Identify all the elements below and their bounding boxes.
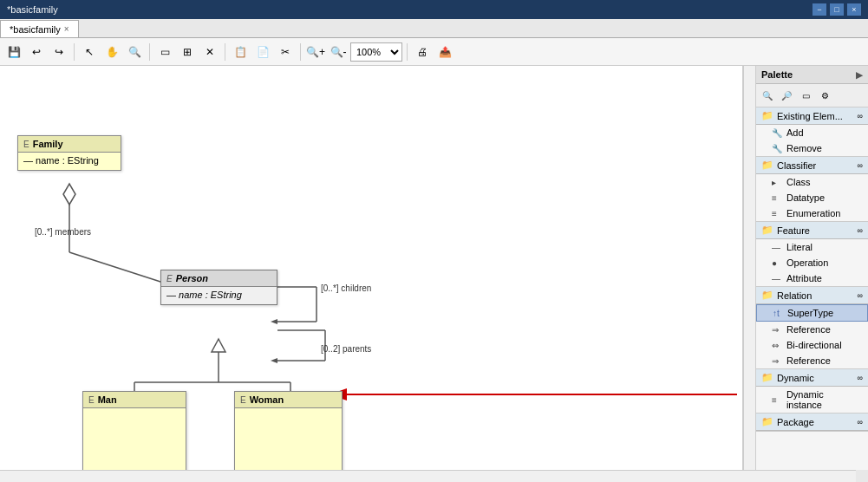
class-woman-stereotype: E [240,395,246,405]
app-title: *basicfamily [7,4,58,15]
class-family[interactable]: E Family — name : EString [17,135,121,171]
minimize-button[interactable]: − [813,3,826,16]
folder-icon-classifier: 📁 [761,160,773,171]
zoom-in-button[interactable]: 🔍 [124,42,145,62]
cut-button[interactable]: ✂ [275,42,296,62]
print-button[interactable]: 🖨 [412,42,433,62]
relation-collapse-icon: ∞ [858,291,863,300]
tab-basicfamily[interactable]: *basicfamily × [0,20,79,37]
feature-collapse-icon: ∞ [858,226,863,235]
svg-text:[0..*] children: [0..*] children [321,283,371,293]
palette-item-bidirectional-label: Bi-directional [786,340,842,350]
palette-item-remove-label: Remove [786,143,822,153]
palette-item-add-label: Add [786,127,804,138]
palette-item-dynamic-instance-label: Dynamic instance [786,389,861,410]
svg-marker-2 [63,184,75,205]
class-family-body: — name : EString [18,153,121,170]
folder-icon-feature: 📁 [761,225,773,236]
palette-item-literal-label: Literal [786,242,813,252]
class-woman-name: Woman [250,394,284,405]
scroll-corner [856,470,868,482]
bidir-icon: ⇔ [772,341,782,350]
palette-item-reference2[interactable]: ⇒ Reference [756,353,868,368]
redo-button[interactable]: ↪ [49,42,69,62]
palette-item-supertype-label: SuperType [787,308,833,318]
delete-button[interactable]: ✕ [199,42,220,62]
class-family-attr-1: — name : EString [23,155,115,166]
filter-button[interactable]: ⊞ [177,42,198,62]
close-button[interactable]: × [847,3,861,16]
palette-item-class-label: Class [786,177,811,187]
toolbar-separator-3 [225,43,225,61]
eq-icon-datatype: ≡ [772,193,782,203]
classifier-collapse-icon: ∞ [858,161,863,170]
folder-icon-package: 📁 [761,416,773,427]
wrench-icon-remove: 🔧 [772,144,782,153]
class-man-header: E Man [83,392,186,408]
palette-section-package-label: Package [777,417,814,427]
palette-section-existing-header[interactable]: 📁 Existing Elem... ∞ [756,107,868,125]
toolbar-separator-1 [74,43,75,61]
class-man[interactable]: E Man [82,391,186,470]
wrench-icon-add: 🔧 [772,128,782,138]
palette-item-add[interactable]: 🔧 Add [756,125,868,140]
palette-section-dynamic-header[interactable]: 📁 Dynamic ∞ [756,369,868,387]
zoom-out-button[interactable]: 🔍- [328,42,349,62]
palette-section-feature-header[interactable]: 📁 Feature ∞ [756,222,868,239]
class-woman[interactable]: E Woman [234,391,343,470]
palette-item-bidirectional[interactable]: ⇔ Bi-directional [756,337,868,353]
palette-section-relation-header[interactable]: 📁 Relation ∞ [756,287,868,304]
undo-button[interactable]: ↩ [26,42,47,62]
palette-item-datatype-label: Datatype [786,192,825,203]
palette-settings[interactable]: ⚙ [816,87,833,104]
palette-item-dynamic-instance[interactable]: ≡ Dynamic instance [756,387,868,413]
rect-button[interactable]: ▭ [154,42,175,62]
palette-item-class[interactable]: ▸ Class [756,174,868,190]
toolbar: 💾 ↩ ↪ ↖ ✋ 🔍 ▭ ⊞ ✕ 📋 📄 ✂ 🔍+ 🔍- 100% 50% 7… [0,38,868,66]
palette-section-package-header[interactable]: 📁 Package ∞ [756,414,868,431]
palette-item-literal[interactable]: — Literal [756,239,868,255]
class-man-stereotype: E [88,395,95,405]
palette-item-enumeration-label: Enumeration [786,208,840,218]
palette-zoom-out[interactable]: 🔎 [778,87,795,104]
vertical-scrollbar[interactable] [743,66,755,470]
select-button[interactable]: ↖ [79,42,100,62]
maximize-button[interactable]: □ [830,3,844,16]
palette-section-classifier-header[interactable]: 📁 Classifier ∞ [756,157,868,174]
diagram-canvas[interactable]: [0..*] members [0..*] children [0..2] pa… [0,66,743,470]
class-family-stereotype: E [23,140,29,149]
canvas-content: [0..*] members [0..*] children [0..2] pa… [0,66,868,470]
eq-icon-dynamic: ≡ [772,395,782,405]
palette-expand-button[interactable]: ▶ [856,70,863,80]
palette-zoom-in[interactable]: 🔍 [759,87,776,104]
palette-item-datatype[interactable]: ≡ Datatype [756,190,868,205]
class-family-header: E Family [18,136,121,153]
tab-close-button[interactable]: × [64,24,69,34]
pan-button[interactable]: ✋ [101,42,122,62]
save-button[interactable]: 💾 [3,42,24,62]
zoom-select[interactable]: 100% 50% 75% 125% 150% [350,42,402,62]
palette-item-reference[interactable]: ⇒ Reference [756,322,868,337]
palette-section-feature-label: Feature [777,225,810,236]
copy-button[interactable]: 📋 [230,42,251,62]
palette-item-supertype[interactable]: ↑t SuperType [756,304,868,322]
class-woman-body [235,408,342,465]
dash-icon-literal: — [772,243,782,252]
palette-item-enumeration[interactable]: ≡ Enumeration [756,205,868,221]
zoom-in2-button[interactable]: 🔍+ [305,42,326,62]
palette-item-operation[interactable]: ● Operation [756,255,868,270]
palette-section-dynamic-label: Dynamic [777,373,814,383]
folder-icon-dynamic: 📁 [761,372,773,383]
horizontal-scrollbar[interactable] [0,470,856,482]
export-button[interactable]: 📤 [434,42,455,62]
palette-item-operation-label: Operation [786,257,828,268]
paste-button[interactable]: 📄 [252,42,273,62]
class-person[interactable]: E Person — name : EString [160,270,277,305]
palette-item-attribute[interactable]: — Attribute [756,270,868,286]
existing-collapse-icon: ∞ [858,112,863,120]
palette-view-btn[interactable]: ▭ [797,87,814,104]
palette-item-remove[interactable]: 🔧 Remove [756,140,868,156]
toolbar-separator-5 [407,43,408,61]
svg-marker-7 [271,319,277,324]
dynamic-collapse-icon: ∞ [858,374,863,382]
